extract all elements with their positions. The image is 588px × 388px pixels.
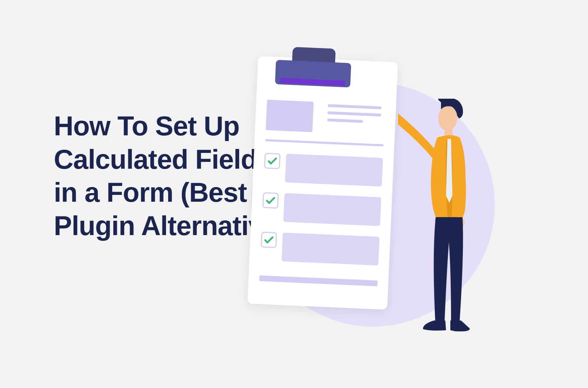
svg-point-2 bbox=[452, 114, 457, 121]
clip-icon bbox=[291, 47, 336, 74]
svg-rect-3 bbox=[445, 128, 452, 136]
form-field-block bbox=[283, 193, 381, 226]
checkbox-icon bbox=[261, 232, 277, 248]
form-line bbox=[327, 111, 381, 117]
form-header-block bbox=[266, 100, 314, 132]
checkbox-icon bbox=[264, 153, 281, 169]
person-writing-icon bbox=[398, 99, 498, 343]
checkbox-icon bbox=[262, 192, 279, 209]
form-field-block bbox=[285, 154, 383, 187]
form-footer-bar bbox=[259, 275, 378, 286]
form-field-block bbox=[281, 233, 379, 266]
form-line bbox=[328, 104, 381, 109]
form-divider bbox=[265, 139, 384, 146]
clipboard-icon bbox=[247, 56, 398, 309]
form-line bbox=[327, 118, 363, 123]
hero-illustration bbox=[272, 50, 545, 345]
